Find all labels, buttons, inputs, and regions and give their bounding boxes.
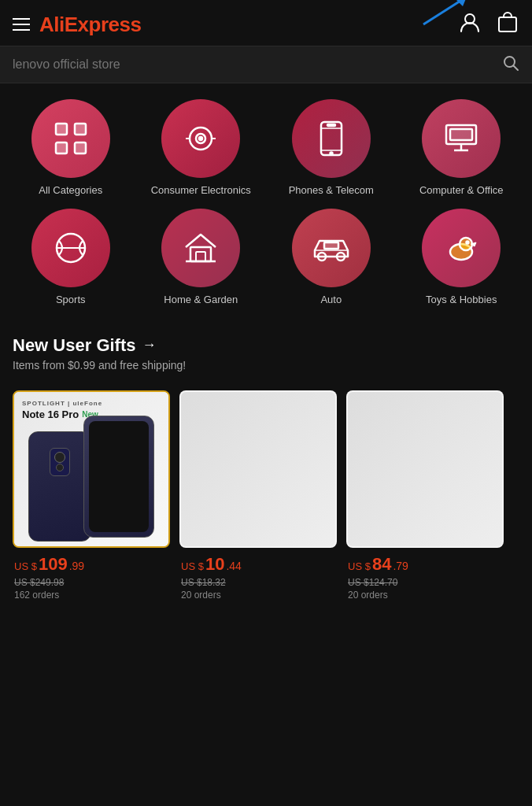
svg-rect-27 [196,252,205,261]
phone-front [83,416,154,538]
price-decimal-3: .79 [393,560,408,572]
product-card-1[interactable]: SPOTLIGHT | uleFone Note 16 Pro New [13,390,170,607]
product-image-2 [179,390,337,548]
price-original-3: US $124.70 [348,577,502,588]
svg-rect-32 [324,242,338,249]
product-price-row-2: US $ 10 .44 [181,554,335,575]
category-all-icon [31,99,110,178]
product-info-2: US $ 10 .44 US $18.32 20 orders [179,548,337,607]
price-whole-2: 10 [205,554,224,575]
svg-rect-23 [450,129,472,140]
price-original-1: US $249.98 [14,577,168,588]
price-whole-3: 84 [372,554,391,575]
new-user-gifts-heading: New User Gifts [13,335,136,356]
aliexpress-logo: AliExpress [39,13,449,37]
new-user-subtitle: Items from $0.99 and free shipping! [13,359,519,372]
search-icon [502,54,519,72]
category-computer-icon [422,99,501,178]
svg-line-5 [514,66,519,71]
hamburger-menu[interactable] [13,18,30,31]
cart-icon [496,11,519,35]
svg-rect-6 [56,124,67,135]
svg-rect-3 [499,17,516,31]
search-button[interactable] [502,54,519,75]
category-phones-icon [292,99,371,178]
new-user-gifts-section: New User Gifts → Items from $0.99 and fr… [0,323,532,390]
user-account-button[interactable] [458,11,482,38]
phone-back [28,431,91,542]
product-info-1: US $ 109 .99 US $249.98 162 orders [13,548,170,607]
category-auto-label: Auto [320,294,342,307]
category-sports-icon [31,209,110,287]
category-computer[interactable]: Computer & Office [399,99,525,198]
product-price-row-1: US $ 109 .99 [14,554,168,575]
price-decimal-2: .44 [226,560,241,572]
spotlight-text: SPOTLIGHT | uleFone [22,400,102,407]
category-consumer-label: Consumer Electronics [151,184,251,198]
orders-count-1: 162 orders [14,590,168,601]
categories-grid: All Categories Consumer Electronics [0,83,532,323]
category-sports-label: Sports [56,294,86,307]
category-auto[interactable]: Auto [268,209,394,307]
category-computer-label: Computer & Office [419,184,504,198]
svg-rect-7 [75,124,86,135]
category-toys-label: Toys & Hobbies [426,294,497,307]
header-icons [458,11,519,38]
orders-count-2: 20 orders [181,590,335,601]
product-info-3: US $ 84 .79 US $124.70 20 orders [346,548,504,607]
price-whole-1: 109 [39,554,68,575]
user-icon [458,11,482,35]
price-currency-2: US $ [181,560,204,572]
category-consumer[interactable]: Consumer Electronics [139,99,264,198]
svg-rect-9 [75,142,86,153]
category-toys[interactable]: Toys & Hobbies [399,209,525,307]
price-decimal-1: .99 [69,560,84,572]
product-phone-mockup [28,416,154,546]
category-home-label: Home & Garden [164,294,238,307]
svg-point-12 [199,137,202,140]
cart-button[interactable] [496,11,519,38]
product-image-1: SPOTLIGHT | uleFone Note 16 Pro New [13,390,170,548]
category-home[interactable]: Home & Garden [139,209,264,307]
category-home-icon [161,209,240,287]
new-user-arrow-icon[interactable]: → [142,337,157,353]
category-phones[interactable]: Phones & Telecom [268,99,394,198]
category-phones-label: Phones & Telecom [289,184,374,198]
header: AliExpress [0,0,532,46]
product-card-3[interactable]: US $ 84 .79 US $124.70 20 orders [346,390,504,607]
category-auto-icon [292,209,371,287]
category-all[interactable]: All Categories [8,99,134,198]
svg-rect-19 [327,124,335,126]
product-card-2[interactable]: US $ 10 .44 US $18.32 20 orders [179,390,337,607]
svg-point-18 [330,153,332,155]
price-currency-3: US $ [348,560,371,572]
category-all-label: All Categories [39,184,102,198]
product-list: SPOTLIGHT | uleFone Note 16 Pro New [0,390,532,607]
category-consumer-icon [161,99,240,178]
orders-count-3: 20 orders [348,590,502,601]
new-user-title-row: New User Gifts → [13,335,519,356]
search-input[interactable]: lenovo official store [13,57,494,72]
category-sports[interactable]: Sports [8,209,134,307]
svg-rect-8 [56,142,67,153]
price-currency-1: US $ [14,560,37,572]
svg-point-35 [467,241,469,243]
svg-rect-26 [190,247,211,261]
search-bar: lenovo official store [0,46,532,83]
product-price-row-3: US $ 84 .79 [348,554,502,575]
product-image-3 [346,390,504,548]
price-original-2: US $18.32 [181,577,335,588]
category-toys-icon [422,209,501,287]
